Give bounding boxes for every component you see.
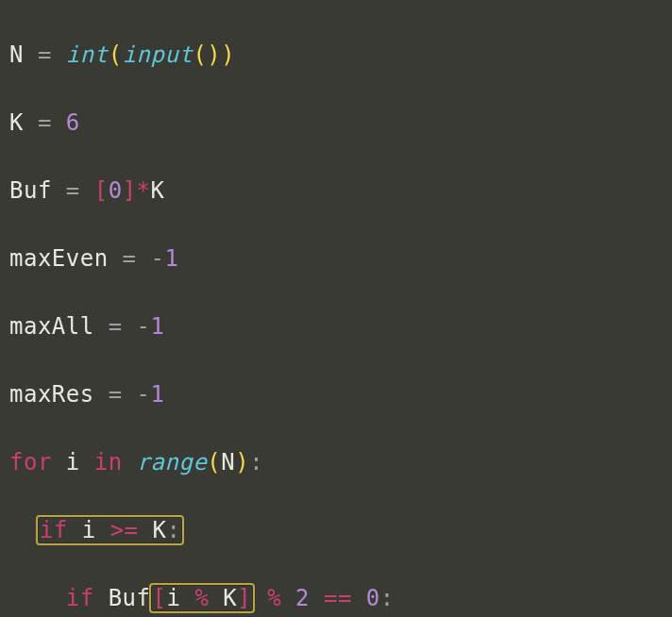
tok-bracket: ] [237,585,251,611]
code-line: for i in range(N): [9,445,663,479]
tok-kw: for [9,449,52,475]
tok-num: 1 [151,381,165,408]
tok-var: i [66,449,80,475]
tok-paren: ) [235,449,249,475]
tok-op: - [137,381,151,408]
tok-num: 0 [109,177,123,204]
code-line: if i >= K: [9,513,663,547]
tok-op: % [194,585,209,611]
tok-num: 2 [295,585,310,611]
tok-num: 6 [66,109,80,136]
tok-var: Buf [109,585,151,611]
tok-paren: ( [109,42,123,68]
code-line: K = 6 [9,106,663,140]
tok-op: - [137,313,151,340]
tok-op: = [38,42,52,68]
tok-op: = [66,177,80,204]
code-block: N = int(input()) K = 6 Buf = [0]*K maxEv… [0,0,672,617]
tok-op: = [123,245,137,272]
tok-kw: in [94,449,123,475]
tok-var: N [9,42,24,68]
tok-bracket: [ [153,585,167,611]
tok-paren: ( [193,42,207,68]
tok-bracket: [ [94,177,109,204]
tok-op: = [109,313,123,340]
code-line: maxEven = -1 [9,242,663,275]
tok-var: K [153,517,167,543]
tok-op: - [151,245,165,272]
tok-op: >= [110,517,139,543]
tok-fn: range [137,449,208,475]
tok-op: % [267,585,281,611]
tok-var: K [9,109,24,136]
tok-var: maxEven [9,245,109,272]
tok-var: N [221,449,235,475]
tok-num: 1 [164,245,178,272]
tok-fn: int [66,42,109,68]
code-line: maxAll = -1 [9,309,663,343]
tok-var: Buf [9,177,52,204]
tok-op: * [137,177,151,204]
tok-op: = [38,109,52,136]
tok-var: maxAll [9,313,94,340]
highlight-box: if i >= K: [36,515,185,545]
tok-kw: if [66,585,94,611]
tok-num: 1 [151,313,165,340]
tok-var: i [82,517,96,543]
tok-var: K [151,177,165,204]
highlight-box: [i % K] [149,583,256,613]
tok-paren: ) [207,42,221,68]
tok-fn: input [123,42,193,68]
tok-paren: ( [207,449,221,475]
tok-var: K [223,585,237,611]
tok-paren: ) [221,42,235,68]
tok-bracket: ] [123,177,137,204]
tok-op: : [249,449,263,475]
code-line: N = int(input()) [9,38,663,72]
tok-var: maxRes [9,381,94,408]
tok-op: : [166,517,180,543]
code-line: maxRes = -1 [9,377,663,411]
tok-num: 0 [366,585,380,611]
tok-op: == [324,585,352,611]
tok-kw: if [40,517,68,543]
tok-op: = [109,381,123,408]
code-line: if Buf[i % K] % 2 == 0: [9,581,663,615]
tok-var: i [166,585,180,611]
code-line: Buf = [0]*K [9,174,663,208]
tok-op: : [380,585,395,611]
